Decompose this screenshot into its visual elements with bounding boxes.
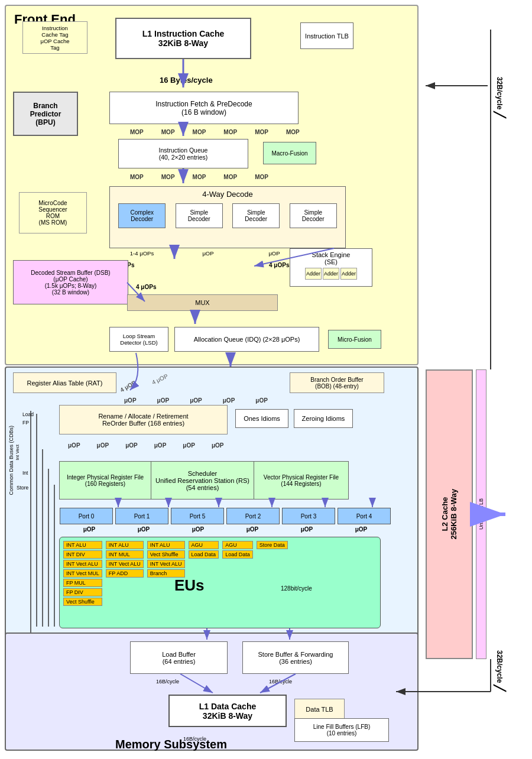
scheduler-area: Integer Physical Register File (160 Regi… (59, 461, 349, 499)
decoder-boxes: Complex Decoder Simple Decoder Simple De… (110, 199, 345, 233)
uop-r1: μOP (68, 442, 80, 449)
slash-icon-top: ╱ (494, 112, 505, 118)
uop-p4: μOP (335, 526, 388, 533)
microcode-seq-label: MicroCode Sequencer ROM (MS ROM) (38, 200, 67, 226)
loop-stream-detector: Loop Stream Detector (LSD) (109, 327, 168, 352)
simple-decoder-3: Simple Decoder (290, 203, 337, 228)
uop-r4: μOP (154, 442, 167, 449)
ones-idioms: Ones Idioms (235, 409, 288, 428)
memory-title: Memory Subsystem (115, 738, 227, 751)
alloc-queue-label: Allocation Queue (IDQ) (2×28 μOPs) (194, 336, 300, 343)
mop-label: MOP (130, 129, 144, 135)
uop-r5: μOP (183, 442, 195, 449)
cache-tag-label: Instruction Cache Tag μOP Cache Tag (40, 25, 69, 51)
load-label: Load (22, 411, 34, 417)
mux-box: MUX (127, 294, 278, 311)
port-1-label: Port 1 (134, 513, 150, 520)
allocation-queue: Allocation Queue (IDQ) (2×28 μOPs) (174, 327, 319, 352)
uop-b4: μOP (223, 397, 235, 404)
cdb-label: Common Data Buses (CDBs) (8, 426, 14, 495)
vec-phys-reg-label: Vector Physical Register File (144 Regis… (264, 474, 339, 487)
simple-decoder-2: Simple Decoder (232, 203, 280, 228)
eu-unit: AGU (189, 541, 219, 549)
lsd-label: Loop Stream Detector (LSD) (120, 333, 157, 346)
micro-fusion: Micro-Fusion (328, 330, 381, 349)
instruction-queue-label: Instruction Queue (40, 2×20 entries) (159, 147, 208, 161)
bob: Branch Order Buffer (BOB) (48-entry) (290, 372, 384, 393)
int-vect-label: Int Vect (15, 445, 20, 460)
port-0-label: Port 0 (79, 513, 95, 520)
uop-p0: μOP (63, 526, 116, 533)
simple-decoder-1: Simple Decoder (176, 203, 223, 228)
slash-icon-bottom: ╱ (494, 685, 505, 692)
uop-r2: μOP (97, 442, 109, 449)
eu-col-port4: Store Data (257, 541, 288, 624)
stack-engine: Stack Engine(SE) Adder Adder Adder (290, 248, 372, 287)
mop-label: MOP (286, 129, 300, 135)
eu-unit: INT ALU (147, 541, 185, 549)
four-way-decode-title: 4-Way Decode (110, 187, 345, 199)
l2-cache: L2 Cache256KiB 8-Way (426, 369, 473, 659)
adder-box-2: Adder (323, 268, 339, 280)
uop-row-backend: μOP μOP μOP μOP μOP (124, 397, 268, 404)
macro-fusion: Macro-Fusion (263, 142, 316, 164)
port-4-label: Port 4 (356, 513, 372, 520)
uop-row-2: μOP μOP μOP μOP μOP μOP (68, 442, 223, 449)
branch-predictor: Branch Predictor (BPU) (13, 92, 78, 136)
port-1: Port 1 (115, 508, 168, 524)
dsb-label: Decoded Stream Buffer (DSB) (μOP Cache) … (31, 270, 110, 296)
eu-unit: INT Vect ALU (63, 560, 102, 568)
eu-unit: FP DIV (63, 588, 102, 596)
simple-decoder-1-label: Simple Decoder (188, 209, 210, 222)
port-5: Port 5 (171, 508, 224, 524)
load-buffer: Load Buffer (64 entries) (130, 641, 228, 674)
complex-decoder: Complex Decoder (118, 203, 166, 228)
four-uops-label-2: 4 μOPs (269, 262, 289, 268)
mop-row-2: MOP MOP MOP MOP MOP (130, 174, 268, 180)
uop-p3: μOP (280, 526, 333, 533)
right-bottom-text: 32B/cycle (495, 650, 504, 683)
bytes-cycle-label: 16 Bytes/cycle (160, 76, 213, 85)
mop-label: MOP (223, 174, 237, 180)
rate-16b-2: 16B/cycle (269, 679, 292, 685)
eu-columns: INT ALU INT DIV INT Vect ALU INT Vect MU… (63, 541, 377, 624)
eu-col-port1: INT ALU INT MUL INT Vect ALU FP ADD (106, 541, 144, 624)
eu-unit: Store Data (257, 541, 288, 549)
cdb-text: Common Data Buses (CDBs) (8, 426, 14, 495)
eu-section: INT ALU INT DIV INT Vect ALU INT Vect MU… (59, 537, 381, 628)
microcode-seq: MicroCode Sequencer ROM (MS ROM) (19, 192, 87, 233)
eu-unit: Load Data (222, 550, 253, 559)
zeroing-idioms: Zeroing Idioms (294, 409, 353, 428)
adder-row: Adder Adder Adder (290, 265, 372, 282)
rename-alloc-label: Rename / Allocate / Retirement ReOrder B… (98, 413, 188, 427)
bob-label: Branch Order Buffer (BOB) (48-entry) (310, 377, 363, 390)
mop-label: MOP (130, 174, 144, 180)
diagram-container: Front End Instruction Cache Tag μOP Cach… (0, 0, 532, 759)
l1-icache-label: L1 Instruction Cache 32KiB 8-Way (142, 29, 224, 48)
uop-b2: μOP (157, 397, 170, 404)
four-way-decode: 4-Way Decode Complex Decoder Simple Deco… (109, 186, 346, 248)
rat: Register Alias Table (RAT) (13, 372, 116, 393)
eu-unit: INT Vect ALU (147, 560, 185, 568)
eu-unit: FP MUL (63, 579, 102, 587)
uop-b1: μOP (124, 397, 137, 404)
fetch-predecode-label: Instruction Fetch & PreDecode (16 B wind… (155, 100, 252, 116)
eu-unit: INT ALU (106, 541, 144, 549)
uop-b5: μOP (255, 397, 268, 404)
port-3-label: Port 3 (301, 513, 317, 520)
lfb: Line Fill Buffers (LFB) (10 entries) (294, 718, 389, 742)
port-4: Port 4 (338, 508, 391, 524)
fetch-predecode: Instruction Fetch & PreDecode (16 B wind… (109, 92, 299, 124)
mop-label: MOP (223, 129, 237, 135)
int-label: Int (22, 470, 28, 476)
uop-p2: μOP (226, 526, 279, 533)
eu-unit: INT DIV (63, 550, 102, 559)
data-tlb-label: Data TLB (306, 706, 333, 713)
simple-decoder-3-label: Simple Decoder (302, 209, 325, 222)
mop-label: MOP (161, 174, 175, 180)
complex-decoder-label: Complex Decoder (131, 209, 154, 222)
instruction-tlb: Instruction TLB (300, 22, 353, 49)
uop-range-label: 1-4 μOPs (118, 250, 166, 257)
rat-label: Register Alias Table (RAT) (27, 380, 103, 387)
port-2-label: Port 2 (245, 513, 261, 520)
